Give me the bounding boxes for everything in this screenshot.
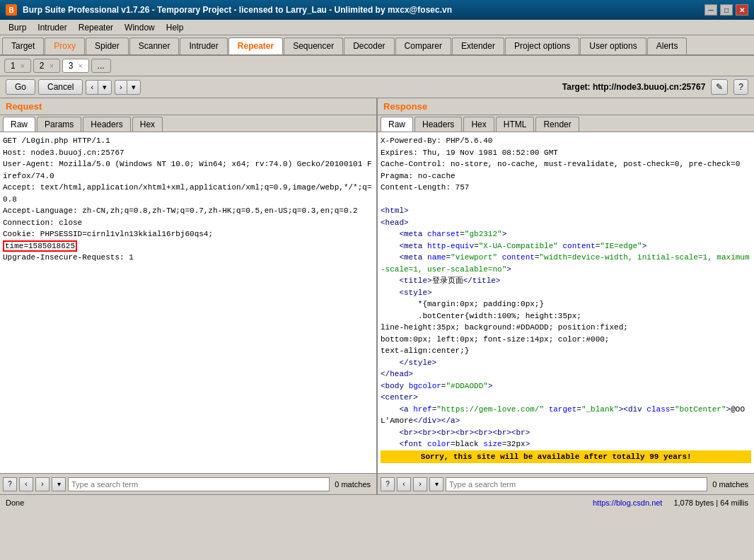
main-content: Request Raw Params Headers Hex GET /L0gi… xyxy=(0,98,754,494)
response-tab-html[interactable]: HTML xyxy=(496,117,535,132)
request-panel: Request Raw Params Headers Hex GET /L0gi… xyxy=(0,98,378,494)
main-tab-bar: Target Proxy Spider Scanner Intruder Rep… xyxy=(0,35,754,56)
response-content: X-Powered-By: PHP/5.6.40 Expires: Thu, 1… xyxy=(378,132,754,473)
close-button[interactable]: ✕ xyxy=(736,4,748,16)
request-search-bar: ? ‹ › ▾ 0 matches xyxy=(0,473,376,494)
response-text: X-Powered-By: PHP/5.6.40 Expires: Thu, 1… xyxy=(381,135,751,463)
request-search-help[interactable]: ? xyxy=(3,477,17,491)
response-tabs: Raw Headers Hex HTML Render xyxy=(378,115,754,132)
response-tab-headers[interactable]: Headers xyxy=(414,117,462,132)
request-content: GET /L0gin.php HTTP/1.1 Host: node3.buuo… xyxy=(0,132,376,473)
go-button[interactable]: Go xyxy=(6,79,35,95)
target-label: Target: http://node3.buuoj.cn:25767 xyxy=(562,82,705,92)
menu-burp[interactable]: Burp xyxy=(3,21,32,34)
app-icon: B xyxy=(6,4,17,16)
request-text: GET /L0gin.php HTTP/1.1 Host: node3.buuo… xyxy=(3,135,373,264)
status-size: 1,078 bytes | 64 millis xyxy=(673,498,748,507)
tab-alerts[interactable]: Alerts xyxy=(647,37,688,54)
tab-user-options[interactable]: User options xyxy=(580,37,646,54)
request-header: Request xyxy=(0,98,376,115)
highlighted-response-line: Sorry, this site will be available after… xyxy=(381,450,751,464)
sub-tab-1[interactable]: 1 × xyxy=(4,59,31,73)
tab-sequencer[interactable]: Sequencer xyxy=(284,37,343,54)
status-bar: Done https://blog.csdn.net 1,078 bytes |… xyxy=(0,494,754,510)
response-search-dropdown[interactable]: ▾ xyxy=(429,477,443,491)
forward-dropdown-button[interactable]: ▾ xyxy=(127,80,141,95)
status-text: Done xyxy=(6,498,24,507)
response-search-bar: ? ‹ › ▾ 0 matches xyxy=(378,473,754,494)
response-tab-render[interactable]: Render xyxy=(535,117,579,132)
tab-target[interactable]: Target xyxy=(2,37,44,54)
response-search-next[interactable]: › xyxy=(413,477,427,491)
forward-button[interactable]: › xyxy=(115,80,127,95)
menu-help[interactable]: Help xyxy=(161,21,190,34)
window-title: Burp Suite Professional v1.7.26 - Tempor… xyxy=(23,5,704,15)
response-panel: Response Raw Headers Hex HTML Render X-P… xyxy=(378,98,754,494)
target-url: http://node3.buuoj.cn:25767 xyxy=(593,82,705,92)
response-search-help[interactable]: ? xyxy=(381,477,395,491)
request-search-matches: 0 matches xyxy=(332,480,373,489)
tab-project-options[interactable]: Project options xyxy=(505,37,579,54)
menu-repeater[interactable]: Repeater xyxy=(73,21,119,34)
tab-proxy[interactable]: Proxy xyxy=(45,37,85,54)
tab-comparer[interactable]: Comparer xyxy=(395,37,451,54)
request-search-input[interactable] xyxy=(68,477,330,491)
response-search-prev[interactable]: ‹ xyxy=(397,477,411,491)
sub-tab-more[interactable]: ... xyxy=(91,59,111,73)
edit-target-button[interactable]: ✎ xyxy=(711,79,728,95)
request-tabs: Raw Params Headers Hex xyxy=(0,115,376,132)
sub-tab-3[interactable]: 3 × xyxy=(62,59,89,73)
minimize-button[interactable]: ─ xyxy=(704,4,717,16)
response-search-input[interactable] xyxy=(446,477,707,491)
response-tab-hex[interactable]: Hex xyxy=(463,117,494,132)
tab-extender[interactable]: Extender xyxy=(452,37,504,54)
title-bar: B Burp Suite Professional v1.7.26 - Temp… xyxy=(0,0,754,20)
highlighted-time: time=1585018625 xyxy=(3,240,77,252)
request-search-prev[interactable]: ‹ xyxy=(19,477,33,491)
response-search-matches: 0 matches xyxy=(709,480,751,489)
request-tab-hex[interactable]: Hex xyxy=(132,117,163,132)
request-tab-raw[interactable]: Raw xyxy=(3,117,35,132)
request-search-next[interactable]: › xyxy=(35,477,50,491)
response-tab-raw[interactable]: Raw xyxy=(381,117,413,132)
back-button[interactable]: ‹ xyxy=(86,80,98,95)
request-tab-headers[interactable]: Headers xyxy=(83,117,130,132)
toolbar: Go Cancel ‹ ▾ › ▾ Target: http://node3.b… xyxy=(0,76,754,98)
maximize-button[interactable]: □ xyxy=(720,4,733,16)
back-navigation: ‹ ▾ xyxy=(86,80,112,95)
response-header: Response xyxy=(378,98,754,115)
window-controls: ─ □ ✕ xyxy=(704,4,748,16)
request-tab-params[interactable]: Params xyxy=(37,117,81,132)
tab-repeater[interactable]: Repeater xyxy=(228,37,283,54)
tab-scanner[interactable]: Scanner xyxy=(129,37,180,54)
menu-intruder[interactable]: Intruder xyxy=(32,21,72,34)
request-search-dropdown[interactable]: ▾ xyxy=(52,477,66,491)
menu-window[interactable]: Window xyxy=(119,21,161,34)
cancel-button[interactable]: Cancel xyxy=(38,79,83,95)
sub-tab-bar: 1 × 2 × 3 × ... xyxy=(0,56,754,76)
help-button[interactable]: ? xyxy=(733,79,748,95)
status-url: https://blog.csdn.net xyxy=(593,498,662,507)
forward-navigation: › ▾ xyxy=(115,80,141,95)
menu-bar: Burp Intruder Repeater Window Help xyxy=(0,20,754,35)
tab-spider[interactable]: Spider xyxy=(86,37,129,54)
tab-intruder[interactable]: Intruder xyxy=(180,37,227,54)
tab-decoder[interactable]: Decoder xyxy=(344,37,394,54)
sub-tab-2[interactable]: 2 × xyxy=(33,59,60,73)
back-dropdown-button[interactable]: ▾ xyxy=(98,80,112,95)
